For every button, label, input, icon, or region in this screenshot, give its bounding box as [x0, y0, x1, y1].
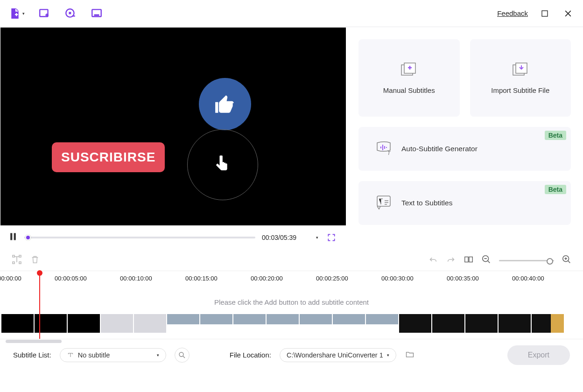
open-folder-button[interactable]: [405, 350, 415, 361]
subtitle-list-select[interactable]: No subtitle ▾: [60, 348, 166, 362]
thumbnail[interactable]: [365, 314, 399, 333]
fullscreen-button[interactable]: [325, 231, 338, 244]
close-button[interactable]: [562, 7, 575, 20]
file-location-label: File Location:: [230, 351, 271, 359]
maximize-button[interactable]: [538, 7, 551, 20]
import-subtitle-icon: [512, 62, 529, 78]
speech-to-text-icon[interactable]: [64, 7, 77, 20]
subscribe-button-graphic: SUSCRIBIRSE: [52, 142, 165, 172]
time-display: 00:03/05:39: [262, 234, 296, 241]
thumbnail[interactable]: [233, 314, 266, 333]
auto-subtitle-label: Auto-Subtitle Generator: [401, 145, 478, 153]
beta-badge: Beta: [545, 185, 566, 194]
feedback-link[interactable]: Feedback: [497, 9, 528, 17]
thumbnail[interactable]: [133, 314, 167, 333]
text-to-subtitles-icon: [375, 194, 392, 212]
thumbnail[interactable]: [200, 314, 233, 333]
auto-subtitle-icon: T: [375, 140, 392, 158]
undo-button[interactable]: [428, 254, 438, 266]
svg-text:T: T: [387, 151, 391, 156]
thumbnail[interactable]: [266, 314, 299, 333]
timeline[interactable]: 00:00:00:00 00:00:05:00 00:00:10:00 00:0…: [0, 271, 583, 339]
thumbnail[interactable]: [299, 314, 332, 333]
thumbnail[interactable]: [100, 314, 133, 333]
thumbnail[interactable]: [332, 314, 365, 333]
svg-rect-13: [465, 257, 468, 262]
manual-subtitles-label: Manual Subtitles: [383, 86, 435, 94]
thumbnail[interactable]: [399, 314, 432, 333]
file-location-select[interactable]: C:\Wondershare UniConverter 1 ▾: [280, 348, 396, 362]
export-button[interactable]: Export: [507, 345, 570, 365]
pause-button[interactable]: [8, 231, 18, 244]
manual-subtitles-card[interactable]: Manual Subtitles: [358, 39, 460, 117]
horizontal-scrollbar[interactable]: [0, 333, 583, 339]
cursor-ring: [187, 129, 258, 200]
manual-subtitles-icon: [400, 62, 417, 78]
thumbnail[interactable]: [67, 314, 100, 333]
search-subtitle-button[interactable]: [175, 348, 190, 363]
zoom-out-button[interactable]: [481, 254, 492, 266]
subtitle-list-label: Subtitle List:: [13, 351, 51, 359]
svg-rect-6: [14, 233, 16, 240]
video-preview[interactable]: SUSCRIBIRSE: [0, 28, 346, 225]
timeline-hint: Please click the Add button to add subti…: [0, 287, 583, 314]
thumbnail[interactable]: [498, 314, 531, 333]
add-file-icon[interactable]: [8, 7, 21, 20]
like-badge: [199, 78, 251, 130]
delete-button[interactable]: [30, 254, 40, 266]
svg-point-17: [179, 352, 183, 357]
import-subtitle-card[interactable]: Import Subtitle File: [470, 39, 571, 117]
playhead[interactable]: [39, 271, 40, 339]
add-rect-icon[interactable]: [38, 7, 51, 20]
beta-badge: Beta: [545, 131, 566, 140]
text-to-subtitles-card[interactable]: Beta Text to Subtitles: [358, 181, 571, 225]
thumbnail[interactable]: [1, 314, 34, 333]
auto-subtitle-card[interactable]: Beta T Auto-Subtitle Generator: [358, 127, 571, 171]
import-subtitle-label: Import Subtitle File: [491, 86, 549, 94]
zoom-slider[interactable]: [499, 260, 554, 261]
thumbnail-strip[interactable]: [0, 314, 583, 333]
timeline-ruler[interactable]: 00:00:00:00 00:00:05:00 00:00:10:00 00:0…: [0, 275, 583, 287]
zoom-in-button[interactable]: [562, 254, 572, 266]
seek-slider[interactable]: [24, 237, 255, 238]
svg-rect-12: [377, 196, 390, 206]
thumbnail[interactable]: [531, 314, 564, 333]
redo-button[interactable]: [446, 254, 456, 266]
audio-wave-button[interactable]: ▾: [303, 233, 318, 242]
split-button[interactable]: [464, 254, 474, 266]
thumbnail[interactable]: [167, 314, 200, 333]
thumbnail[interactable]: [432, 314, 465, 333]
svg-rect-4: [542, 11, 548, 16]
text-to-subtitles-label: Text to Subtitles: [401, 199, 452, 207]
caret-icon: ▾: [22, 11, 25, 16]
text-tool-button[interactable]: [11, 254, 22, 267]
svg-rect-5: [10, 233, 12, 240]
svg-rect-14: [469, 257, 472, 262]
subtitle-box-icon[interactable]: [90, 7, 103, 20]
thumbnail[interactable]: [465, 314, 498, 333]
